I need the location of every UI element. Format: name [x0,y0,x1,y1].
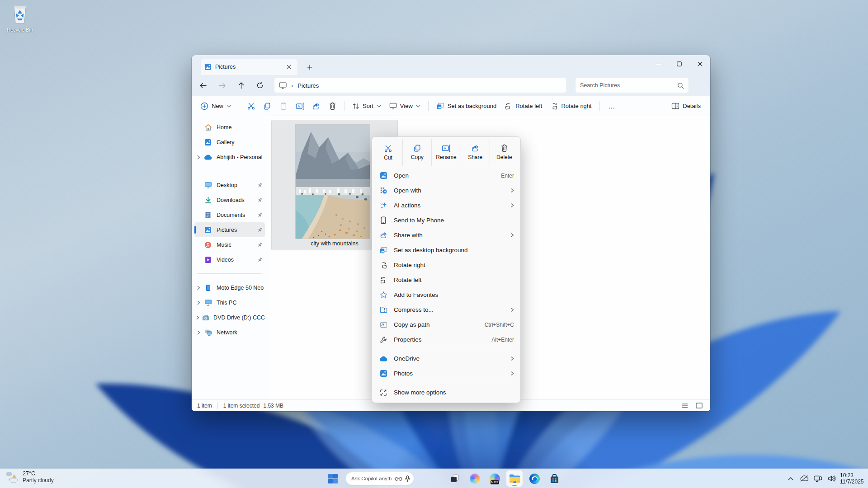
tab-close-icon[interactable] [284,62,294,72]
new-tab-button[interactable] [304,61,316,73]
network-icon[interactable] [811,471,825,486]
copilot-app-button[interactable] [467,470,483,487]
minimize-button[interactable] [648,55,669,72]
file-explorer-taskbar-button[interactable] [506,470,523,487]
menu-label: Send to My Phone [394,217,514,224]
toolbar-divider [599,101,600,111]
menu-item-open[interactable]: Open Enter [374,168,519,183]
submenu-chevron-icon [510,202,514,210]
dvd-drive-icon [202,314,209,321]
forward-button[interactable] [214,78,230,93]
close-button[interactable] [689,55,710,72]
maximize-button[interactable] [669,55,689,72]
menu-item-properties[interactable]: Properties Alt+Enter [374,332,519,347]
delete-button[interactable] [326,99,339,114]
menu-item-rotate-left[interactable]: Rotate left [374,272,519,287]
menu-item-copy-as-path[interactable]: Copy as path Ctrl+Shift+C [374,317,519,332]
start-button[interactable] [325,470,341,487]
task-view-icon [450,474,460,483]
navigation-pane: Home Gallery Abhijith - Pers [192,116,268,399]
share-button[interactable] [309,99,323,114]
details-button[interactable]: Details [667,99,705,114]
sidebar-label: Gallery [217,139,265,145]
menu-item-compress-to[interactable]: Compress to... [374,302,519,317]
more-options-button[interactable]: … [605,99,618,114]
menu-item-open-with[interactable]: Open with [374,183,519,198]
refresh-button[interactable] [252,78,268,93]
sort-button[interactable]: Sort [348,99,385,114]
expand-chevron-icon[interactable] [194,286,203,290]
sidebar-item-home[interactable]: Home [194,120,265,135]
tab-pictures[interactable]: Pictures [201,59,297,75]
task-view-button[interactable] [447,470,463,487]
cut-button[interactable] [244,99,258,114]
menu-item-onedrive[interactable]: OneDrive [374,351,519,366]
sidebar-item-music[interactable]: Music [194,237,265,252]
microsoft-store-button[interactable] [546,470,562,487]
phone-icon [203,284,212,291]
menu-item-ai-actions[interactable]: AI actions [374,198,519,213]
tray-chevron-up-icon[interactable] [784,471,797,486]
volume-icon[interactable] [825,471,838,486]
sidebar-separator [197,171,262,171]
copy-quick-button[interactable]: Copy [402,139,431,166]
onedrive-paused-icon[interactable] [797,471,811,486]
share-quick-button[interactable]: Share [461,139,490,166]
address-input[interactable]: › Pictures [274,78,567,93]
rename-button[interactable]: A [293,99,307,114]
menu-item-add-to-favorites[interactable]: Add to Favorites [374,287,519,302]
menu-item-set-desktop-background[interactable]: Set as desktop background [374,243,519,258]
copy-button[interactable] [260,99,274,114]
expand-chevron-icon[interactable] [194,315,201,320]
paste-button[interactable] [277,99,290,114]
set-as-background-button[interactable]: Set as background [432,99,500,114]
menu-item-rotate-right[interactable]: Rotate right [374,258,519,272]
edge-taskbar-button[interactable] [526,470,542,487]
selection-count: 1 item selected [223,403,260,409]
wrench-icon [378,336,388,343]
sidebar-label: Moto Edge 50 Neo [217,285,265,291]
sidebar-item-gallery[interactable]: Gallery [194,135,265,150]
sidebar-item-this-pc[interactable]: This PC [194,295,265,310]
rotate-left-icon [505,103,512,110]
sidebar-item-moto-edge[interactable]: Moto Edge 50 Neo [194,280,265,295]
search-input[interactable]: Search Pictures [575,78,689,93]
menu-item-send-to-phone[interactable]: Send to My Phone [374,213,519,228]
sidebar-item-network[interactable]: Network [194,325,265,340]
rotate-left-button[interactable]: Rotate left [500,99,546,114]
new-button[interactable]: New [196,99,235,114]
sidebar-item-pictures[interactable]: Pictures [194,222,265,237]
sidebar-item-downloads[interactable]: Downloads [194,192,265,207]
rename-quick-button[interactable]: A Rename [431,139,460,166]
taskbar-weather-widget[interactable]: 27°C Partly cloudy [5,470,54,484]
breadcrumb-location[interactable]: Pictures [297,82,319,89]
item-count: 1 item [197,403,212,409]
copilot-search-box[interactable]: Ask Copilot anything [345,472,414,485]
menu-item-share-with[interactable]: Share with [374,228,519,243]
back-button[interactable] [195,78,211,93]
taskbar-clock[interactable]: 10:23 11/7/2025 [840,472,868,485]
view-button[interactable]: View [385,99,425,114]
expand-chevron-icon[interactable] [194,300,203,305]
details-view-toggle[interactable] [679,401,690,410]
cut-quick-button[interactable]: Cut [374,139,402,166]
expand-chevron-icon[interactable] [194,155,203,160]
sidebar-item-onedrive-personal[interactable]: Abhijith - Personal [194,150,265,164]
rotate-right-button[interactable]: Rotate right [546,99,595,114]
sidebar-item-dvd-drive[interactable]: DVD Drive (D:) CCC [194,310,265,325]
thumbnail-view-toggle[interactable] [693,401,705,410]
sidebar-item-desktop[interactable]: Desktop [194,178,265,192]
expand-chevron-icon[interactable] [194,330,203,335]
menu-item-show-more-options[interactable]: Show more options [374,385,519,400]
up-button[interactable] [233,78,249,93]
recycle-bin-desktop-icon[interactable]: Recycle Bin [4,4,36,33]
menu-label: Add to Favorites [394,291,514,298]
sidebar-item-videos[interactable]: Videos [194,252,265,267]
m365-copilot-button[interactable]: M365 [486,470,503,487]
sidebar-item-documents[interactable]: Documents [194,207,265,222]
delete-quick-button[interactable]: Delete [490,139,519,166]
menu-item-photos[interactable]: Photos [374,366,519,381]
microphone-icon[interactable] [405,475,410,482]
clock-time: 10:23 [840,472,854,479]
recycle-bin-icon [11,18,29,26]
